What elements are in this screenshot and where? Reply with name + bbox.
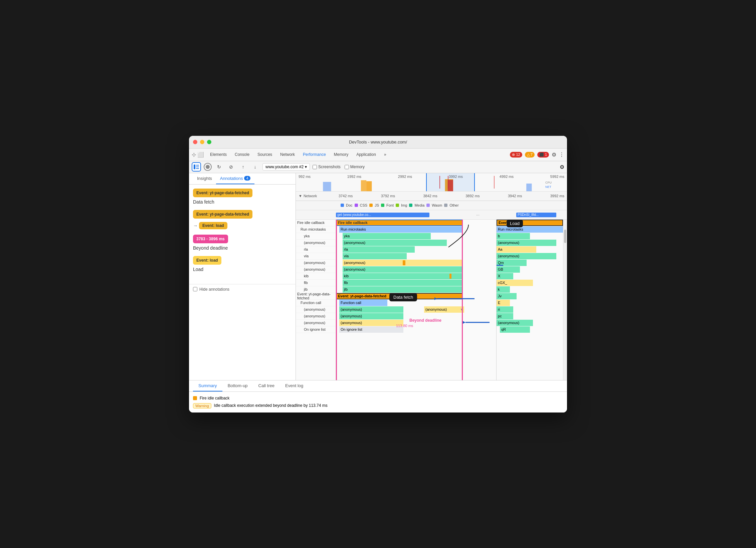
hide-annotations[interactable]: Hide annotations [189, 284, 296, 294]
bar-anon-5[interactable]: (anonymous) [339, 313, 403, 319]
screenshots-checkbox[interactable]: Screenshots [313, 165, 341, 169]
svg-rect-1 [196, 165, 199, 166]
settings-toolbar-icon[interactable]: ⚙ [560, 164, 564, 170]
pink-border-left [336, 220, 337, 380]
right-bar-microtasks[interactable]: Run microtasks [497, 226, 563, 233]
flame-labels: Fire idle callback Run microtasks yka (a… [296, 220, 336, 380]
tab-elements[interactable]: Elements [207, 150, 230, 159]
sub-ruler-1: 3742 ms [339, 194, 353, 198]
tab-console[interactable]: Console [231, 150, 253, 159]
sidebar-tabs: Insights Annotations 4 [189, 173, 296, 185]
bar-anon-3[interactable]: (anonymous) [343, 266, 463, 273]
url-select[interactable]: www.youtube.com #2 ▾ [262, 163, 310, 171]
sub-ruler-6: 3992 ms [550, 194, 564, 198]
settings-icon[interactable]: ⚙ [552, 152, 556, 158]
device-icon[interactable]: ⬜ [197, 152, 204, 158]
record-button[interactable] [204, 163, 212, 171]
bar-rla[interactable]: rla [343, 246, 415, 253]
legend-wasm-dot [426, 204, 430, 207]
tab-network[interactable]: Network [277, 150, 298, 159]
bar-ignore[interactable]: On ignore list [339, 326, 403, 333]
ruler-mark-1: 992 ms [299, 175, 311, 179]
sidebar-toggle-button[interactable] [192, 162, 201, 172]
annotation-tag-3: 3783 - 3896 ms [193, 235, 228, 243]
right-bar-e[interactable]: E [497, 300, 510, 306]
arrow-icon: → [193, 223, 198, 228]
bar-flb[interactable]: flb [343, 280, 463, 286]
bar-anon-4[interactable]: (anonymous) [339, 306, 403, 313]
right-bar-anon-2[interactable]: (anonymous) [497, 253, 556, 259]
label-row-8: klb [296, 273, 336, 280]
sidebar-content: Event: yt-page-data-fetched Data fetch E… [189, 185, 296, 281]
devtools-window: DevTools - www.youtube.com/ ⊹ ⬜ Elements… [189, 136, 567, 413]
label-row-12: Function call [296, 300, 336, 306]
label-row-14: (anonymous) [296, 313, 336, 320]
tab-icons: ⊗ 12 △ 7 ⬛ 1 ⚙ ⋮ [510, 152, 564, 158]
right-bar-cgx[interactable]: cGX_ [497, 280, 533, 286]
maximize-button[interactable] [207, 140, 211, 144]
right-bar-aa[interactable]: Aa [497, 246, 536, 253]
accent-2 [449, 274, 451, 279]
bar-fire-idle[interactable]: Fire idle callback [336, 220, 463, 226]
legend-font-dot [381, 204, 384, 207]
bar-run-microtasks-1[interactable]: Run microtasks [339, 226, 463, 233]
right-bar-qm[interactable]: Qm [497, 260, 527, 266]
right-bar-anon-1[interactable]: (anonymous) [497, 240, 556, 246]
right-bar-qr[interactable]: qR [500, 326, 530, 333]
tab-annotations[interactable]: Annotations 4 [216, 173, 254, 184]
selector-icon[interactable]: ⊹ [192, 152, 196, 158]
download-button[interactable]: ↓ [250, 162, 260, 172]
tab-call-tree[interactable]: Call tree [253, 380, 280, 391]
bar-jlb[interactable]: jlb [343, 286, 463, 293]
tab-more[interactable]: » [381, 150, 390, 159]
svg-rect-4 [323, 182, 331, 191]
label-row-9: flb [296, 280, 336, 286]
tab-insights[interactable]: Insights [193, 173, 216, 184]
svg-rect-0 [194, 165, 195, 169]
tab-bottom-up[interactable]: Bottom-up [222, 380, 253, 391]
error-icon: ⊗ [512, 153, 515, 157]
hide-annotations-checkbox[interactable] [193, 287, 197, 291]
error-badge: ⊗ 12 [510, 152, 522, 158]
annotation-title-1: Data fetch [193, 199, 292, 205]
tab-performance[interactable]: Performance [300, 150, 329, 159]
right-bar-k[interactable]: k [497, 286, 510, 293]
upload-button[interactable]: ↑ [238, 162, 248, 172]
ruler-mark-6: 5992 ms [550, 175, 564, 179]
more-icon[interactable]: ⋮ [559, 152, 564, 158]
data-fetch-tooltip: Data fetch [389, 293, 417, 301]
bar-function-call[interactable]: Function call [339, 300, 387, 306]
timeline-overview: 992 ms 1992 ms 2992 ms 3992 ms 4992 ms 5… [296, 173, 567, 192]
bar-anon-6[interactable]: (anonymous) [339, 320, 403, 326]
right-bar-pc[interactable]: pc [497, 313, 513, 319]
tab-application[interactable]: Application [353, 150, 379, 159]
svg-rect-3 [196, 168, 199, 169]
bar-yka[interactable]: yka [343, 233, 431, 239]
right-bar-gb[interactable]: GB [497, 266, 520, 273]
tab-event-log[interactable]: Event log [280, 380, 309, 391]
right-bar-ri[interactable]: ri [497, 306, 513, 313]
bar-vla[interactable]: vla [343, 253, 407, 259]
right-bar-jv[interactable]: Jv [497, 293, 517, 299]
tab-memory[interactable]: Memory [331, 150, 352, 159]
right-bar-b[interactable]: b [497, 233, 530, 239]
bar-anon-1[interactable]: (anonymous) [343, 240, 447, 246]
beyond-deadline-arrow-svg [463, 319, 490, 326]
annotation-sub-tag: Event: load [199, 222, 227, 229]
reload-button[interactable]: ↻ [214, 162, 224, 172]
flame-chart-area: Fire idle callback Run microtasks yka (a… [296, 220, 567, 380]
memory-checkbox[interactable]: Memory [345, 165, 365, 169]
minimize-button[interactable] [200, 140, 204, 144]
right-bar-anon-3[interactable]: (anonymous) [497, 320, 533, 326]
title-bar: DevTools - www.youtube.com/ [189, 136, 567, 149]
bar-klb[interactable]: klb [343, 273, 463, 279]
warning-row: Warning Idle callback execution extended… [193, 402, 563, 410]
scrollbar-vertical[interactable] [563, 220, 567, 380]
tab-summary[interactable]: Summary [193, 380, 222, 391]
clear-button[interactable]: ⊘ [226, 162, 236, 172]
right-bar-x[interactable]: X [497, 273, 513, 279]
label-row-15: (anonymous) [296, 320, 336, 326]
close-button[interactable] [193, 140, 197, 144]
bar-anon-ext[interactable]: (anonymous) ▾ [424, 306, 464, 313]
tab-sources[interactable]: Sources [254, 150, 275, 159]
